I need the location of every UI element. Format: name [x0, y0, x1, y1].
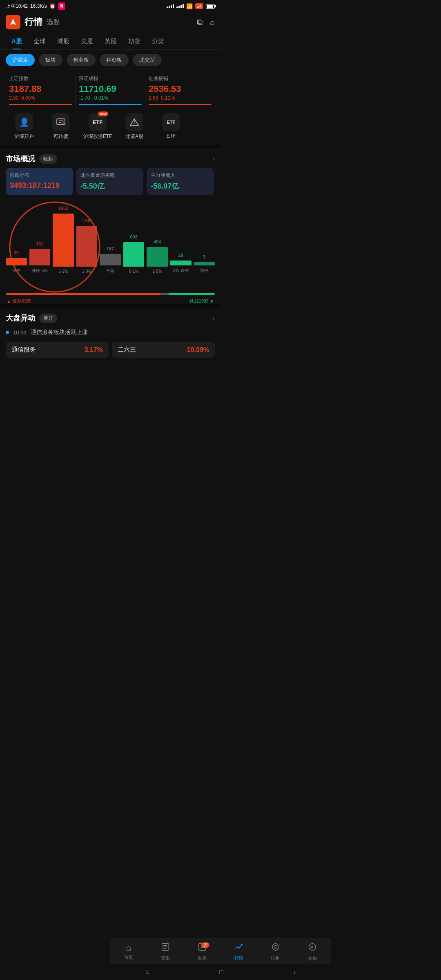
- bar-flat: 187 平盘: [100, 246, 121, 274]
- tab-global[interactable]: 全球: [28, 33, 51, 49]
- index-chinext-value: 2536.53: [149, 84, 212, 94]
- quick-etf2-label: ETF: [167, 133, 176, 139]
- index-chinext[interactable]: 创业板指 2536.53 2.68 0.11%: [145, 75, 215, 105]
- stock-263-name: 二六三: [118, 346, 136, 354]
- bar-dt-bottom: 跌停: [200, 268, 208, 274]
- search-icon[interactable]: ⌕: [210, 18, 215, 27]
- card-north-title: 北向资金净买额: [80, 172, 140, 179]
- index-shenzhen[interactable]: 深证成指 11710.69 -1.70 -0.01%: [76, 75, 145, 105]
- page-title: 行情: [24, 16, 42, 28]
- bar-01-label: 693: [130, 234, 137, 241]
- quick-access: 👤 + 沪深开户 可转债 ETF new 沪深股通ETF: [0, 109, 220, 145]
- tab-sci-tech[interactable]: 科创板: [100, 54, 129, 66]
- stock-card-263[interactable]: 二六三 10.09%: [112, 342, 215, 358]
- tab-sector[interactable]: 板块: [39, 54, 62, 66]
- quick-convertible[interactable]: 可转债: [42, 113, 79, 140]
- bar-zt-label: 39: [14, 250, 19, 257]
- expand-button[interactable]: 展开: [39, 314, 57, 323]
- bar-15-bar: [147, 247, 168, 267]
- card-distribution[interactable]: 涨跌分布 3493:187:1219: [6, 168, 73, 195]
- new-badge: new: [98, 111, 108, 116]
- anomaly-title: 大盘异动: [6, 313, 35, 323]
- progress-gray: [160, 293, 169, 295]
- index-shanghai-name: 上证指数: [9, 75, 72, 82]
- section-arrow-icon: ›: [213, 155, 215, 163]
- bar-zt5-bottom: 涨停-5%: [32, 268, 47, 274]
- bar-15-label: 494: [154, 239, 161, 246]
- bar-51-label: 1952: [58, 206, 68, 212]
- status-app-icon: 滴: [58, 2, 65, 10]
- bar-01: 693 0-1%: [123, 234, 145, 274]
- quick-account[interactable]: 👤 + 沪深开户: [6, 113, 42, 140]
- convertible-icon: [52, 113, 70, 131]
- quick-north-label: 北证A股: [125, 133, 143, 140]
- tab-category[interactable]: 分类: [146, 33, 170, 49]
- down-count: 跌1219家: [189, 298, 208, 304]
- news-text[interactable]: 通信服务板块活跃上涨: [31, 329, 88, 336]
- bar-5dt-bar: [170, 261, 192, 265]
- bar-flat-bottom: 平盘: [106, 268, 114, 274]
- tab-hk[interactable]: 港股: [51, 33, 75, 49]
- etf2-icon: ETF: [162, 113, 180, 131]
- logo-icon: [9, 18, 18, 27]
- account-icon: 👤 +: [15, 113, 33, 131]
- divider-1: [0, 145, 220, 148]
- card-main-value: -56.07亿: [151, 181, 210, 191]
- bar-chart: 39 涨停 162 涨停-5% 1952 5-1% 1340 1-0%: [6, 208, 215, 274]
- tab-uk[interactable]: 英股: [99, 33, 122, 49]
- label-down: 跌1219家 ▼: [189, 298, 214, 304]
- card-main-flow[interactable]: 主力净流入 -56.07亿: [147, 168, 214, 195]
- bar-zt: 39 涨停: [6, 250, 27, 274]
- label-up: ▲ 涨3493家: [7, 298, 31, 304]
- progress-green: [169, 293, 215, 295]
- market-overview-title: 市场概况: [6, 154, 35, 164]
- index-chinext-name: 创业板指: [149, 75, 212, 82]
- card-north-flow[interactable]: 北向资金净买额 -5.50亿: [76, 168, 144, 195]
- tab-bei-jiao[interactable]: 北交所: [133, 54, 162, 66]
- stock-telecom-change: 3.17%: [85, 346, 103, 354]
- bar-flat-label: 187: [107, 246, 114, 253]
- bar-zt-bar: [6, 258, 27, 265]
- anomaly-header: 大盘异动 展开 ›: [0, 307, 220, 326]
- tab-us[interactable]: 美股: [75, 33, 99, 49]
- quick-etf2[interactable]: ETF ETF: [153, 113, 189, 140]
- stock-telecom-name: 通信服务: [11, 346, 36, 354]
- tab-a-shares[interactable]: A股: [6, 33, 28, 49]
- primary-tabs: A股 全球 港股 美股 英股 期货 分类: [0, 33, 220, 50]
- collapse-button[interactable]: 收起: [39, 154, 57, 164]
- index-shenzhen-change: -1.70 -0.01%: [79, 95, 142, 101]
- quick-etf[interactable]: ETF new 沪深股通ETF: [79, 113, 116, 140]
- quick-etf-label: 沪深股通ETF: [83, 133, 112, 140]
- news-time: 10:33: [13, 330, 27, 336]
- stock-card-telecom[interactable]: 通信服务 3.17%: [6, 342, 109, 358]
- bar-15: 494 1-5%: [147, 239, 168, 274]
- north-shares-icon: [125, 113, 143, 131]
- market-overview-header: 市场概况 收起 ›: [0, 148, 220, 168]
- bar-chart-container: 39 涨停 162 涨停-5% 1952 5-1% 1340 1-0%: [6, 204, 215, 290]
- bar-10: 1340 1-0%: [76, 218, 98, 274]
- market-indices: 上证指数 3187.88 2.90 0.09% 深证成指 11710.69 -1…: [0, 69, 220, 109]
- tab-chinext[interactable]: 创业板: [67, 54, 96, 66]
- tab-shanghai-shenzhen[interactable]: 沪深京: [6, 54, 35, 66]
- signal-bars: [167, 4, 174, 8]
- bar-dt-label: 3: [203, 254, 205, 261]
- progress-red: [6, 293, 160, 295]
- export-icon[interactable]: ⧉: [197, 18, 203, 27]
- progress-bar: [6, 293, 215, 295]
- bar-10-bottom: 1-0%: [82, 269, 91, 274]
- bar-5dt: 29 5%-跌停: [170, 253, 192, 274]
- app-logo: [6, 15, 20, 29]
- tab-futures[interactable]: 期货: [122, 33, 146, 49]
- card-main-title: 主力净流入: [151, 172, 210, 179]
- index-shanghai[interactable]: 上证指数 3187.88 2.90 0.09%: [6, 75, 76, 105]
- bar-51: 1952 5-1%: [53, 206, 74, 274]
- card-distribution-title: 涨跌分布: [10, 172, 69, 179]
- bar-51-bottom: 5-1%: [58, 269, 68, 274]
- quick-account-label: 沪深开户: [14, 133, 34, 140]
- header-actions: ⧉ ⌕: [197, 18, 215, 27]
- bar-flat-bar: [100, 254, 121, 265]
- progress-labels: ▲ 涨3493家 跌1219家 ▼: [6, 298, 215, 304]
- bar-10-label: 1340: [82, 218, 91, 225]
- bar-zt5-label: 162: [36, 241, 43, 248]
- quick-north-shares[interactable]: 北证A股: [116, 113, 153, 140]
